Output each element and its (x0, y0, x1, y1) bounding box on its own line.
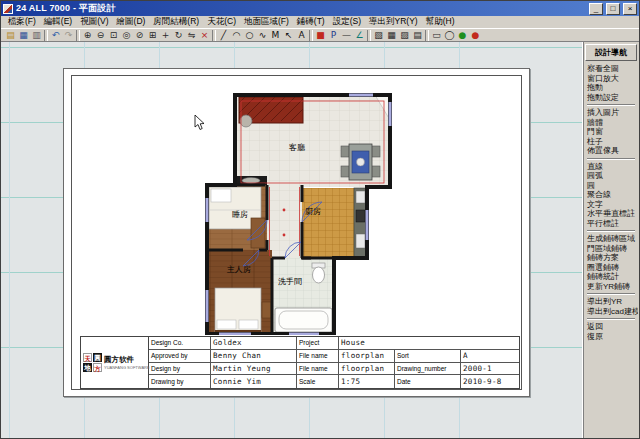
sidebar-item-tiling-plan[interactable]: 鋪磚方案 (584, 253, 638, 263)
line-tool-icon[interactable]: ╱ (217, 29, 230, 42)
maximize-button[interactable]: □ (606, 3, 620, 15)
drawing-number-value: 2000-1 (461, 363, 519, 376)
mirror-icon[interactable]: ⇋ (185, 29, 198, 42)
linetype-icon[interactable]: — (340, 29, 353, 42)
ellipse-tool-icon[interactable]: ◯ (443, 29, 456, 42)
open-file-icon[interactable]: ▤ (4, 29, 17, 42)
sidebar-divider (587, 230, 635, 232)
sidebar-item-export-yr[interactable]: 導出到YR (584, 297, 638, 307)
menu-room-structure[interactable]: 房間結構(R) (149, 16, 203, 28)
sidebar-item-undo[interactable]: 復原 (584, 332, 638, 342)
menu-tiling[interactable]: 鋪磚(T) (293, 16, 329, 28)
scale-value: 1:75 (339, 375, 395, 388)
logo-tiles: 天 圓 地 方 (83, 353, 102, 372)
sidebar-item-back[interactable]: 返回 (584, 322, 638, 332)
arc-tool-icon[interactable]: ◠ (230, 29, 243, 42)
parameter-icon[interactable]: P (327, 29, 340, 42)
toolbar-separator (425, 30, 429, 41)
circle-tool-icon[interactable]: ○ (243, 29, 256, 42)
color-swatch-icon[interactable]: ■ (314, 29, 327, 42)
close-button[interactable]: × (623, 3, 637, 15)
drawing-by-label: Drawing by (149, 375, 211, 388)
file-name-label: File name (297, 363, 339, 376)
print-icon[interactable]: ▥ (30, 29, 43, 42)
toolbar: ▤ ▦ ▥ ↶ ↷ ⊕ ⊖ ⊡ ◎ ⊘ ⊞ + ↻ ⇋ × ╱ ◠ ○ ∿ M … (1, 28, 639, 42)
zoom-all-icon[interactable]: ◎ (120, 29, 133, 42)
tile-select-icon[interactable]: ▨ (398, 29, 411, 42)
sidebar-item-pan[interactable]: 拖動 (584, 83, 638, 93)
sidebar-divider (587, 158, 635, 160)
brand-subtitle: YUANFANG SOFTWARE (104, 365, 150, 370)
menu-export-yr[interactable]: 導出到YR(Y) (365, 16, 422, 28)
design-navigator-title: 設計導航 (585, 44, 637, 61)
sidebar-item-tiling-statistics[interactable]: 鋪磚統計 (584, 272, 638, 282)
menu-edit[interactable]: 編輯(E) (40, 16, 76, 28)
sidebar-item-circle[interactable]: 圓 (584, 181, 638, 191)
floorplan-drawing[interactable]: 客廳 睡房 廚房 主人房 洗手間 (199, 90, 395, 335)
title-bar: 24 ALL 7000 - 平面設計 _ □ × (1, 1, 639, 16)
menu-view[interactable]: 視圖(V) (76, 16, 112, 28)
drawing-number-label: Drawing_number (395, 363, 461, 376)
sidebar-item-update-yr-tiling[interactable]: 更新YR鋪磚 (584, 282, 638, 292)
sidebar-item-line[interactable]: 直線 (584, 162, 638, 172)
sidebar-item-text[interactable]: 文字 (584, 200, 638, 210)
polyline-tool-icon[interactable]: M (269, 29, 282, 42)
menu-file[interactable]: 檔案(F) (4, 16, 40, 28)
tile-region-icon[interactable]: ▧ (372, 29, 385, 42)
point-green-icon[interactable]: ● (456, 29, 469, 42)
point-red-icon[interactable]: ● (469, 29, 482, 42)
spline-tool-icon[interactable]: ∿ (256, 29, 269, 42)
sidebar-item-parallel-dimension[interactable]: 平行標註 (584, 219, 638, 229)
menu-help[interactable]: 幫助(H) (422, 16, 459, 28)
rect-tool-icon[interactable]: ▭ (430, 29, 443, 42)
zoom-in-icon[interactable]: ⊕ (81, 29, 94, 42)
master-bedroom-label: 主人房 (226, 265, 251, 274)
sidebar-item-insert-image[interactable]: 插入圖片 (584, 108, 638, 118)
menu-floor-area[interactable]: 地面區域(F) (240, 16, 293, 28)
drawing-canvas[interactable]: 客廳 睡房 廚房 主人房 洗手間 天 圓 地 方 (1, 42, 582, 439)
sidebar-item-walls[interactable]: 牆體 (584, 118, 638, 128)
sidebar-item-doors-windows[interactable]: 門窗 (584, 127, 638, 137)
sidebar-item-polyline[interactable]: 聚合線 (584, 190, 638, 200)
minimize-button[interactable]: _ (589, 3, 603, 15)
mouse-cursor (194, 115, 206, 131)
angle-tool-icon[interactable]: ∠ (353, 29, 366, 42)
rotate-icon[interactable]: ↻ (172, 29, 185, 42)
select-arrow-icon[interactable]: ↖ (282, 29, 295, 42)
zoom-window-icon[interactable]: ⊡ (107, 29, 120, 42)
move-icon[interactable]: + (159, 29, 172, 42)
ceiling-lamp (283, 209, 286, 212)
sidebar-item-door-region-tiling[interactable]: 門區域鋪磚 (584, 244, 638, 254)
menu-ceiling[interactable]: 天花(C) (203, 16, 240, 28)
sidebar-item-export-cad[interactable]: 導出到cad建模 (584, 307, 638, 317)
menu-draw[interactable]: 繪圖(D) (113, 16, 150, 28)
sidebar-item-pan-settings[interactable]: 拖動設定 (584, 93, 638, 103)
zoom-previous-icon[interactable]: ⊘ (133, 29, 146, 42)
sidebar-item-generate-tile-region[interactable]: 生成鋪磚區域 (584, 234, 638, 244)
sidebar-item-columns[interactable]: 柱子 (584, 137, 638, 147)
pan-icon[interactable]: ⊞ (146, 29, 159, 42)
sidebar-item-view-all[interactable]: 察看全圖 (584, 64, 638, 74)
sidebar-item-select-tiling[interactable]: 圈選鋪磚 (584, 263, 638, 273)
delete-icon[interactable]: × (198, 29, 211, 42)
date-label: Date (395, 375, 461, 388)
sidebar-divider (587, 318, 635, 320)
menu-settings[interactable]: 設定(S) (329, 16, 365, 28)
undo-icon[interactable]: ↶ (49, 29, 62, 42)
logo-tile: 圓 (93, 353, 102, 362)
tile-plan-icon[interactable]: ▦ (385, 29, 398, 42)
tile-statistics-icon[interactable]: ▤ (411, 29, 424, 42)
sidebar-item-zoom-window[interactable]: 窗口放大 (584, 74, 638, 84)
bathroom-label: 洗手間 (278, 277, 302, 286)
zoom-out-icon[interactable]: ⊖ (94, 29, 107, 42)
bathtub (275, 308, 332, 332)
sidebar-item-arc[interactable]: 圓弧 (584, 171, 638, 181)
text-tool-icon[interactable]: A (295, 29, 308, 42)
sidebar-item-furniture[interactable]: 佈置傢具 (584, 146, 638, 156)
master-bed (215, 288, 261, 334)
toolbar-separator (309, 30, 313, 41)
window-title: 24 ALL 7000 - 平面設計 (16, 2, 586, 15)
save-icon[interactable]: ▦ (17, 29, 30, 42)
sidebar-item-hv-dimension[interactable]: 水平垂直標註 (584, 209, 638, 219)
redo-icon[interactable]: ↷ (62, 29, 75, 42)
